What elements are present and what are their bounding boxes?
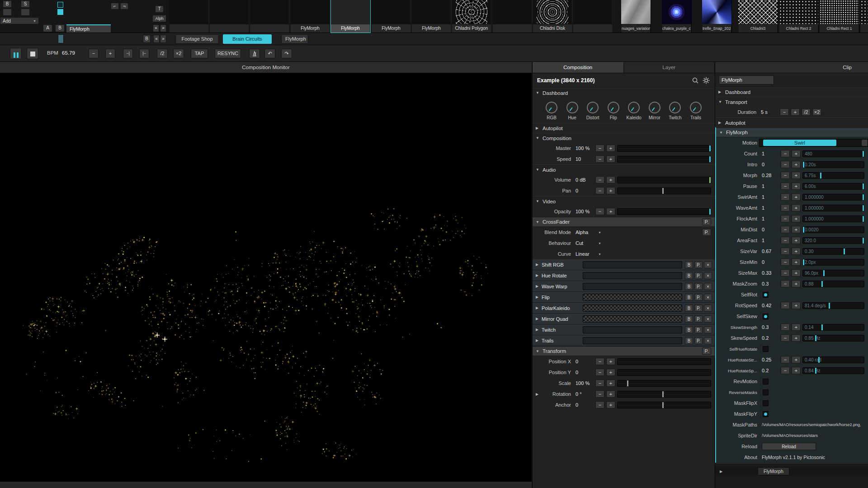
increment-button[interactable]: + [606,145,615,152]
knob-dial[interactable] [690,102,702,113]
slider-position-marker[interactable] [709,209,711,215]
param-slider[interactable]: 0.40 rad [802,357,864,363]
section-clip-autopilot[interactable]: ▶Autopilot [715,117,868,127]
effect-bypass-button[interactable]: B [685,294,693,301]
param-slider[interactable] [617,188,711,194]
search-icon[interactable] [691,76,699,84]
decrement-button[interactable]: − [595,358,604,365]
deck-clip-cell[interactable]: FlyMorph [291,0,330,33]
next-deck-button[interactable]: » [160,35,166,43]
deck-clip-cell[interactable] [573,0,613,33]
slider-position-marker[interactable] [803,227,804,233]
increment-button[interactable]: + [792,367,801,374]
param-slider[interactable]: 0.88 [802,281,864,287]
decrement-button[interactable]: − [780,108,789,116]
effect-remove-button[interactable]: × [704,272,712,279]
effect-row-wave-warp[interactable]: ▶Wave WarpBP.× [533,281,715,292]
alpha-mode-button[interactable]: Alph [152,15,166,22]
effect-param-button[interactable]: P. [694,305,703,312]
increment-button[interactable]: + [606,369,615,376]
effect-row-mirror-quad[interactable]: ▶Mirror QuadBP.× [533,314,715,324]
nudge-up-button[interactable]: |− [139,49,149,58]
blank-button-2[interactable] [21,9,30,16]
dropdown-value[interactable]: Alpha [573,230,596,235]
prev-deck-button[interactable]: « [153,35,160,43]
deck-clip-cell[interactable]: FlyMorph [372,0,411,33]
bpm-half-button[interactable]: /2 [157,49,168,58]
clip-slot-indicator[interactable] [57,2,63,8]
param-mode-button[interactable]: P. [702,218,711,225]
knob-dial[interactable] [546,102,557,113]
param-mode-button[interactable]: P. [702,229,711,236]
dashboard-knob-distort[interactable]: Distort [585,102,601,120]
motion-option-wave[interactable]: Wav [862,140,868,146]
param-slider[interactable]: 0.84 Hz [802,367,864,374]
media-bin-item[interactable]: trefle_Snap_20230... [702,0,732,33]
decrement-button[interactable]: − [781,334,790,342]
slider-position-marker[interactable] [815,368,816,374]
knob-dial[interactable] [649,102,660,113]
decrement-button[interactable]: − [781,248,790,255]
decrement-button[interactable]: − [781,237,790,244]
param-slider[interactable] [617,391,711,398]
chevron-down-icon[interactable]: ▼ [598,242,601,245]
effect-mix-slider[interactable] [583,294,682,301]
dropdown-value[interactable]: Linear [573,251,596,257]
dashboard-knob-trails[interactable]: Trails [688,102,704,120]
knob-dial[interactable] [628,102,640,113]
slider-position-marker[interactable] [863,183,864,189]
param-value[interactable]: 0.67 [759,249,779,254]
increment-button[interactable]: + [606,380,615,387]
slider-position-marker[interactable] [709,177,711,183]
increment-button[interactable]: + [792,150,801,157]
increment-button[interactable]: + [792,269,801,277]
param-value[interactable]: 10 [573,156,594,162]
slider-position-marker[interactable] [829,303,830,309]
slider-position-marker[interactable] [709,145,711,151]
redo-button[interactable]: ↷ [281,49,292,58]
disclosure-arrow[interactable]: ▶ [536,306,540,310]
disclosure-arrow[interactable]: ▶ [536,392,540,396]
param-value[interactable]: 1 [759,216,779,221]
increment-button[interactable]: + [792,215,801,222]
decrement-button[interactable]: − [781,204,790,211]
increment-button[interactable]: + [791,108,800,116]
stop-button[interactable] [27,48,38,59]
increment-button[interactable]: + [606,155,615,163]
disclosure-arrow[interactable]: ▶ [536,317,540,321]
bpm-increase-button[interactable]: + [105,49,115,58]
solo-layer-button[interactable]: S [21,0,30,8]
effect-param-button[interactable]: P. [694,315,703,323]
param-slider[interactable]: 480 [802,150,864,157]
effect-remove-button[interactable]: × [704,326,712,333]
increment-button[interactable]: + [792,172,801,179]
section-clip-dashboard[interactable]: ▶Dashboard [715,87,868,97]
effect-bypass-button[interactable]: B [685,326,693,333]
param-value[interactable]: 0.3 [759,281,779,286]
checkbox[interactable] [763,292,769,298]
param-slider[interactable] [617,358,711,365]
deck-clip-cell[interactable] [250,0,289,33]
disclosure-arrow[interactable]: ▼ [536,91,540,95]
param-value[interactable]: 1 [759,194,779,200]
thumbnail-toggle-button[interactable]: T [155,5,164,13]
section-composition[interactable]: ▼Composition [533,133,715,143]
bpm-double-button[interactable]: ×2 [173,49,184,58]
increment-button[interactable]: + [606,176,615,183]
decrement-button[interactable]: − [781,226,790,233]
param-value[interactable]: 100 % [573,209,594,214]
crossfader-a-button[interactable]: A [43,24,52,32]
effect-bypass-button[interactable]: B [685,337,693,344]
disclosure-arrow[interactable]: ▶ [536,295,540,299]
deck-clip-cell[interactable] [170,0,209,33]
disclosure-arrow[interactable]: ▼ [719,131,724,135]
dashboard-knob-flip[interactable]: Flip [605,102,622,120]
effect-row-hue-rotate[interactable]: ▶Hue RotateBP.× [533,270,715,281]
param-value[interactable]: 0 [759,162,779,167]
param-mode-button[interactable]: P. [702,347,711,355]
section-crossfader[interactable]: ▼CrossFaderP. [533,217,715,227]
knob-dial[interactable] [566,102,578,113]
deck-clip-cell[interactable] [210,0,249,33]
effect-remove-button[interactable]: × [704,261,712,268]
chevron-down-icon[interactable]: ▼ [598,253,601,256]
